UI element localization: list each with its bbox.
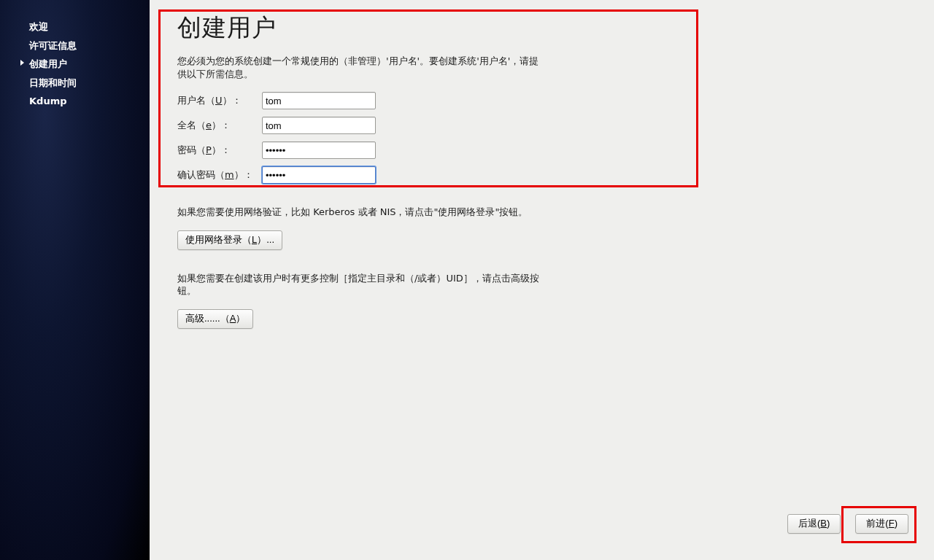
forward-button[interactable]: 前进(F) xyxy=(855,514,908,534)
sidebar-item-datetime: 日期和时间 xyxy=(0,74,150,93)
password-input[interactable] xyxy=(262,141,376,159)
main-panel: 创建用户 您必须为您的系统创建一个常规使用的（非管理）'用户名'。要创建系统'用… xyxy=(150,0,934,560)
label-fullname: 全名（e）： xyxy=(177,119,262,132)
row-password: 密码（P）： xyxy=(177,141,912,159)
advanced-text: 如果您需要在创建该用户时有更多控制［指定主目录和（/或者）UID］，请点击高级按… xyxy=(177,272,557,298)
active-marker-icon xyxy=(20,60,24,66)
sidebar-item-create-user: 创建用户 xyxy=(0,55,150,74)
network-login-button[interactable]: 使用网络登录（L）... xyxy=(177,230,282,250)
footer-buttons: 后退(B) 前进(F) xyxy=(787,514,908,534)
row-confirm: 确认密码（m）： xyxy=(177,166,912,184)
page-title: 创建用户 xyxy=(177,12,912,44)
sidebar-item-license: 许可证信息 xyxy=(0,36,150,55)
sidebar-item-kdump: Kdump xyxy=(0,92,150,111)
username-input[interactable] xyxy=(262,92,376,109)
label-username: 用户名（U）： xyxy=(177,94,262,107)
back-button[interactable]: 后退(B) xyxy=(787,514,841,534)
confirm-password-input[interactable] xyxy=(262,166,376,184)
fullname-input[interactable] xyxy=(262,117,376,134)
label-confirm: 确认密码（m）： xyxy=(177,168,262,182)
row-fullname: 全名（e）： xyxy=(177,117,912,134)
network-login-text: 如果您需要使用网络验证，比如 Kerberos 或者 NIS，请点击"使用网络登… xyxy=(177,206,557,219)
advanced-button[interactable]: 高级......（A） xyxy=(177,309,253,329)
row-username: 用户名（U）： xyxy=(177,92,912,109)
sidebar: 欢迎 许可证信息 创建用户 日期和时间 Kdump xyxy=(0,0,150,560)
label-password: 密码（P）： xyxy=(177,144,262,157)
page-intro: 您必须为您的系统创建一个常规使用的（非管理）'用户名'。要创建系统'用户名'，请… xyxy=(177,55,542,80)
sidebar-item-welcome: 欢迎 xyxy=(0,18,150,36)
